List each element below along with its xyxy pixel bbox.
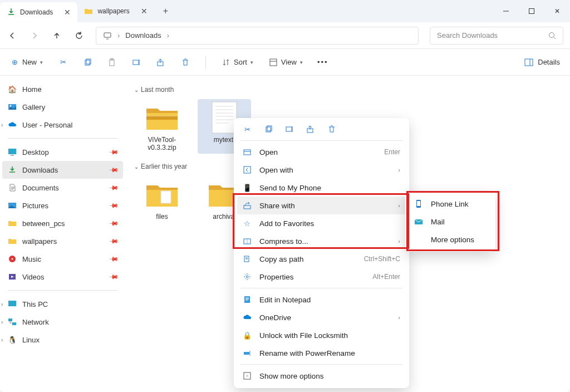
- file-item[interactable]: ViVeTool-v0.3.3.zip: [135, 99, 189, 154]
- ctx-properties[interactable]: Properties Alt+Enter: [237, 268, 406, 286]
- file-name: archival: [213, 213, 235, 220]
- delete-icon[interactable]: [327, 125, 336, 134]
- forward-button[interactable]: [29, 30, 40, 41]
- paste-icon[interactable]: [107, 58, 116, 67]
- videos-icon: [8, 272, 17, 281]
- sort-button[interactable]: Sort ▾: [222, 58, 253, 67]
- ctx-copy-path[interactable]: Copy as path Ctrl+Shift+C: [237, 250, 406, 268]
- submenu-mail[interactable]: Mail: [409, 213, 492, 231]
- file-name: ViVeTool-v0.3.3.zip: [137, 136, 186, 151]
- back-button[interactable]: [7, 30, 18, 41]
- rename-icon[interactable]: [285, 125, 294, 134]
- file-name: mytext.: [214, 136, 235, 144]
- copy-icon[interactable]: [83, 58, 92, 67]
- sidebar-item-desktop[interactable]: Desktop 📌: [2, 143, 123, 161]
- ctx-send-phone[interactable]: 📱 Send to My Phone: [237, 179, 406, 197]
- svg-rect-23: [161, 191, 171, 203]
- details-panel-icon[interactable]: [524, 58, 533, 67]
- share-icon[interactable]: [306, 125, 315, 134]
- ctx-compress[interactable]: Compress to... ›: [237, 232, 406, 250]
- share-icon[interactable]: [156, 58, 165, 67]
- search-input[interactable]: Search Downloads: [430, 27, 563, 45]
- delete-icon[interactable]: [181, 58, 190, 67]
- submenu-phone-link[interactable]: Phone Link: [409, 195, 492, 213]
- pin-icon: 📌: [108, 200, 119, 210]
- chevron-right-icon: ›: [398, 202, 400, 209]
- group-header[interactable]: ⌄ Last month: [134, 86, 567, 94]
- chevron-right-icon: ›: [1, 122, 3, 128]
- refresh-button[interactable]: [73, 30, 85, 41]
- sidebar-item-linux[interactable]: › 🐧 Linux: [2, 331, 123, 349]
- sidebar-item-network[interactable]: › Network: [2, 313, 123, 331]
- rename-icon: [243, 349, 252, 357]
- ctx-open-with[interactable]: Open with ›: [237, 161, 406, 179]
- sidebar-item-user-personal[interactable]: › User - Personal: [2, 116, 123, 134]
- sidebar-item-documents[interactable]: Documents 📌: [2, 179, 123, 197]
- file-name: files: [156, 213, 168, 220]
- sidebar-item-downloads[interactable]: Downloads 📌: [2, 161, 123, 179]
- minimize-button[interactable]: [493, 0, 519, 22]
- more-options-icon: [243, 371, 252, 380]
- gallery-icon: [8, 102, 17, 111]
- new-tab-button[interactable]: +: [154, 0, 177, 22]
- copy-icon[interactable]: [264, 125, 273, 134]
- sidebar-item-videos[interactable]: Videos 📌: [2, 268, 123, 286]
- svg-rect-18: [8, 301, 16, 306]
- sidebar-item-gallery[interactable]: Gallery: [2, 98, 123, 116]
- desktop-icon: [8, 148, 17, 156]
- chevron-down-icon: ▾: [300, 60, 303, 65]
- svg-rect-35: [244, 352, 249, 355]
- sidebar-item-betweenpcs[interactable]: between_pcs 📌: [2, 214, 123, 232]
- sidebar-item-wallpapers[interactable]: wallpapers 📌: [2, 232, 123, 250]
- openwith-icon: [243, 165, 252, 174]
- divider: [8, 290, 117, 291]
- sidebar-item-music[interactable]: Music 📌: [2, 250, 123, 268]
- svg-rect-3: [85, 60, 90, 65]
- mail-icon: [414, 217, 423, 226]
- file-item[interactable]: files: [135, 176, 189, 223]
- new-button[interactable]: ⊕ New ▾: [10, 58, 43, 67]
- folder-icon: [84, 7, 93, 16]
- close-icon[interactable]: ✕: [64, 8, 71, 17]
- cut-icon[interactable]: ✂: [58, 58, 67, 67]
- tab-wallpapers[interactable]: wallpapers ✕: [77, 0, 154, 22]
- folder-icon: [142, 178, 182, 210]
- chevron-down-icon: ⌄: [134, 87, 139, 93]
- breadcrumb-location: Downloads: [125, 31, 161, 40]
- view-icon: [269, 58, 278, 67]
- svg-point-16: [12, 258, 13, 260]
- sidebar-item-thispc[interactable]: › This PC: [2, 295, 123, 313]
- cut-icon[interactable]: ✂: [243, 125, 252, 134]
- sidebar-item-pictures[interactable]: Pictures 📌: [2, 197, 123, 214]
- svg-rect-28: [244, 150, 250, 155]
- details-label[interactable]: Details: [538, 58, 560, 66]
- ctx-onedrive[interactable]: OneDrive ›: [237, 308, 406, 326]
- ctx-edit-notepad[interactable]: Edit in Notepad: [237, 291, 406, 308]
- ctx-share-with[interactable]: Share with ›: [237, 197, 406, 214]
- ctx-power-rename[interactable]: Rename with PowerRename: [237, 344, 406, 362]
- close-icon[interactable]: ✕: [141, 7, 148, 16]
- chevron-right-icon: ›: [398, 166, 400, 173]
- ctx-unlock-locksmith[interactable]: 🔒 Unlock with File Locksmith: [237, 326, 406, 344]
- tab-downloads[interactable]: Downloads ✕: [0, 2, 77, 22]
- svg-rect-0: [529, 9, 534, 14]
- search-placeholder: Search Downloads: [437, 31, 498, 40]
- rename-icon[interactable]: [132, 58, 141, 67]
- svg-rect-38: [417, 201, 420, 206]
- chevron-right-icon: ›: [167, 31, 169, 40]
- submenu-more-options[interactable]: More options: [409, 231, 492, 248]
- ctx-open[interactable]: Open Enter: [237, 143, 406, 161]
- close-button[interactable]: ✕: [544, 0, 570, 22]
- breadcrumb[interactable]: › Downloads ›: [96, 27, 419, 45]
- chevron-down-icon: ▾: [250, 60, 253, 65]
- sidebar-item-home[interactable]: 🏠 Home: [2, 80, 123, 98]
- share-submenu: Phone Link Mail More options: [405, 192, 495, 252]
- ctx-add-favorites[interactable]: ☆ Add to Favorites: [237, 214, 406, 232]
- maximize-button[interactable]: [519, 0, 544, 22]
- view-button[interactable]: View ▾: [269, 58, 303, 67]
- up-button[interactable]: [51, 30, 62, 41]
- svg-rect-34: [244, 296, 250, 303]
- svg-rect-13: [8, 149, 16, 154]
- ctx-show-more[interactable]: Show more options: [237, 367, 406, 385]
- more-icon[interactable]: •••: [318, 58, 327, 67]
